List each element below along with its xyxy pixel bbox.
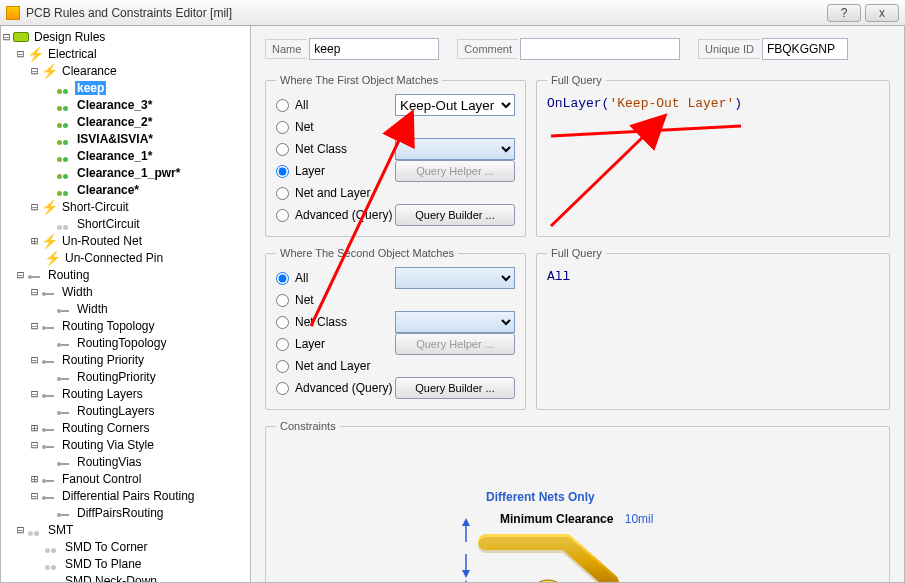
m1-netlayer-radio[interactable] (276, 187, 289, 200)
tree-rlayers-item[interactable]: RoutingLayers (1, 402, 250, 419)
m2-select1[interactable] (395, 267, 515, 289)
first-match-legend: Where The First Object Matches (276, 74, 442, 86)
uniqueid-label: Unique ID (698, 39, 760, 59)
fullquery1-text: OnLayer('Keep-Out Layer') (547, 94, 879, 113)
main: ⊟Design Rules ⊟⚡Electrical ⊟⚡Clearance k… (0, 26, 905, 583)
m1-netlayer-label: Net and Layer (295, 186, 395, 200)
tree-rtopo-item[interactable]: RoutingTopology (1, 334, 250, 351)
tree-rule-c2[interactable]: Clearance_2* (1, 113, 250, 130)
constraints-legend: Constraints (276, 420, 340, 432)
first-match-group: Where The First Object Matches All Keep-… (265, 74, 526, 237)
m1-layer-label: Layer (295, 164, 395, 178)
fullquery1-legend: Full Query (547, 74, 606, 86)
tree-width[interactable]: ⊟Width (1, 283, 250, 300)
min-clearance-label: Minimum Clearance (500, 512, 613, 526)
second-match-legend: Where The Second Object Matches (276, 247, 458, 259)
tree-rvia[interactable]: ⊟Routing Via Style (1, 436, 250, 453)
fullquery1-group: Full Query OnLayer('Keep-Out Layer') (536, 74, 890, 237)
m1-builder-button[interactable]: Query Builder ... (395, 204, 515, 226)
fullquery2-text: All (547, 267, 879, 286)
rule-header: Name Comment Unique ID (265, 38, 890, 60)
m2-all-label: All (295, 271, 395, 285)
tree-routing[interactable]: ⊟Routing (1, 266, 250, 283)
m2-select2[interactable] (395, 311, 515, 333)
tree-rcorners[interactable]: ⊞Routing Corners (1, 419, 250, 436)
m2-adv-label: Advanced (Query) (295, 381, 395, 395)
tree-rule-c3[interactable]: Clearance_3* (1, 96, 250, 113)
m2-all-radio[interactable] (276, 272, 289, 285)
m2-layer-label: Layer (295, 337, 395, 351)
constraints-group: Constraints Different Nets Only Minimum … (265, 420, 890, 583)
tree-rprio-item[interactable]: RoutingPriority (1, 368, 250, 385)
tree-rule-c1[interactable]: Clearance_1* (1, 147, 250, 164)
m2-net-label: Net (295, 293, 395, 307)
tree-diffpair-item[interactable]: DiffPairsRouting (1, 504, 250, 521)
tree-fanout[interactable]: ⊞Fanout Control (1, 470, 250, 487)
tree-smt[interactable]: ⊟SMT (1, 521, 250, 538)
m2-net-radio[interactable] (276, 294, 289, 307)
tree-short-circuit-item[interactable]: ShortCircuit (1, 215, 250, 232)
clearance-illustration (446, 530, 646, 583)
m1-netclass-radio[interactable] (276, 143, 289, 156)
tree-short-circuit[interactable]: ⊟⚡Short-Circuit (1, 198, 250, 215)
name-label: Name (265, 39, 307, 59)
titlebar: PCB Rules and Constraints Editor [mil] ?… (0, 0, 905, 26)
tree-unconnected[interactable]: ⚡Un-Connected Pin (1, 249, 250, 266)
name-input[interactable] (309, 38, 439, 60)
m1-net-radio[interactable] (276, 121, 289, 134)
tree-root[interactable]: ⊟Design Rules (1, 28, 250, 45)
second-match-group: Where The Second Object Matches All Net … (265, 247, 526, 410)
m2-builder-button[interactable]: Query Builder ... (395, 377, 515, 399)
app-icon (6, 6, 20, 20)
svg-marker-1 (462, 518, 470, 526)
window-title: PCB Rules and Constraints Editor [mil] (26, 6, 823, 20)
m1-layer-select[interactable]: Keep-Out Layer (395, 94, 515, 116)
m1-adv-label: Advanced (Query) (295, 208, 395, 222)
tree-diffpair[interactable]: ⊟Differential Pairs Routing (1, 487, 250, 504)
m1-adv-radio[interactable] (276, 209, 289, 222)
min-clearance-value: 10mil (625, 512, 654, 526)
m2-layer-radio[interactable] (276, 338, 289, 351)
tree-rtopo[interactable]: ⊟Routing Topology (1, 317, 250, 334)
m2-adv-radio[interactable] (276, 382, 289, 395)
tree-rvia-item[interactable]: RoutingVias (1, 453, 250, 470)
diff-nets-label: Different Nets Only (486, 490, 595, 504)
tree-rule-keep[interactable]: keep (1, 79, 250, 96)
m2-netclass-label: Net Class (295, 315, 395, 329)
tree-rprio[interactable]: ⊟Routing Priority (1, 351, 250, 368)
comment-label: Comment (457, 39, 518, 59)
uniqueid-input[interactable] (762, 38, 848, 60)
tree-smd-neck[interactable]: SMD Neck-Down (1, 572, 250, 583)
m2-netclass-radio[interactable] (276, 316, 289, 329)
m1-all-label: All (295, 98, 395, 112)
tree-rule-isvia[interactable]: ISVIA&ISVIA* (1, 130, 250, 147)
m2-netlayer-radio[interactable] (276, 360, 289, 373)
tree-width-item[interactable]: Width (1, 300, 250, 317)
tree-rlayers[interactable]: ⊟Routing Layers (1, 385, 250, 402)
rule-editor: Name Comment Unique ID Where The First O… (251, 26, 905, 583)
m1-helper-button[interactable]: Query Helper ... (395, 160, 515, 182)
close-button[interactable]: x (865, 4, 899, 22)
fullquery2-legend: Full Query (547, 247, 606, 259)
m1-netclass-select[interactable] (395, 138, 515, 160)
tree-rule-c1pwr[interactable]: Clearance_1_pwr* (1, 164, 250, 181)
design-rules-tree: ⊟Design Rules ⊟⚡Electrical ⊟⚡Clearance k… (1, 26, 250, 583)
fullquery2-group: Full Query All (536, 247, 890, 410)
tree-rule-cstar[interactable]: Clearance* (1, 181, 250, 198)
tree-smd-plane[interactable]: SMD To Plane (1, 555, 250, 572)
tree-pane[interactable]: ⊟Design Rules ⊟⚡Electrical ⊟⚡Clearance k… (0, 26, 251, 583)
tree-smd-corner[interactable]: SMD To Corner (1, 538, 250, 555)
tree-electrical[interactable]: ⊟⚡Electrical (1, 45, 250, 62)
comment-input[interactable] (520, 38, 680, 60)
tree-unrouted[interactable]: ⊞⚡Un-Routed Net (1, 232, 250, 249)
help-button[interactable]: ? (827, 4, 861, 22)
m1-netclass-label: Net Class (295, 142, 395, 156)
m2-netlayer-label: Net and Layer (295, 359, 395, 373)
m1-layer-radio[interactable] (276, 165, 289, 178)
m1-all-radio[interactable] (276, 99, 289, 112)
m1-net-label: Net (295, 120, 395, 134)
tree-clearance[interactable]: ⊟⚡Clearance (1, 62, 250, 79)
m2-helper-button[interactable]: Query Helper ... (395, 333, 515, 355)
